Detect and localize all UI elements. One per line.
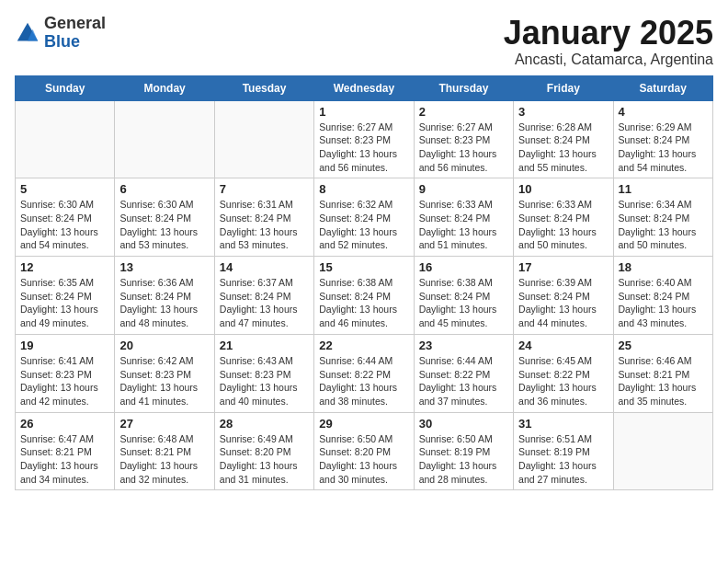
- calendar-body: 1Sunrise: 6:27 AM Sunset: 8:23 PM Daylig…: [16, 100, 713, 490]
- logo-general: General: [44, 15, 106, 33]
- calendar-cell: 13Sunrise: 6:36 AM Sunset: 8:24 PM Dayli…: [115, 257, 214, 335]
- day-info: Sunrise: 6:39 AM Sunset: 8:24 PM Dayligh…: [518, 276, 608, 330]
- calendar-cell: 14Sunrise: 6:37 AM Sunset: 8:24 PM Dayli…: [214, 257, 313, 335]
- logo-icon: [15, 20, 40, 46]
- logo-text: General Blue: [44, 15, 106, 52]
- header-tuesday: Tuesday: [214, 75, 313, 100]
- day-info: Sunrise: 6:36 AM Sunset: 8:24 PM Dayligh…: [119, 276, 209, 330]
- calendar-week-row: 5Sunrise: 6:30 AM Sunset: 8:24 PM Daylig…: [16, 178, 713, 257]
- calendar-cell: 5Sunrise: 6:30 AM Sunset: 8:24 PM Daylig…: [16, 178, 115, 257]
- day-info: Sunrise: 6:32 AM Sunset: 8:24 PM Dayligh…: [319, 198, 408, 252]
- day-number: 15: [319, 260, 408, 274]
- day-info: Sunrise: 6:38 AM Sunset: 8:24 PM Dayligh…: [419, 276, 508, 330]
- header-thursday: Thursday: [414, 75, 513, 100]
- header-friday: Friday: [514, 75, 613, 100]
- calendar-cell: 24Sunrise: 6:45 AM Sunset: 8:22 PM Dayli…: [514, 334, 613, 412]
- day-number: 26: [20, 417, 109, 431]
- day-number: 4: [619, 105, 708, 119]
- calendar-week-row: 19Sunrise: 6:41 AM Sunset: 8:23 PM Dayli…: [16, 334, 713, 412]
- page-header: General Blue January 2025 Ancasti, Catam…: [15, 15, 713, 68]
- calendar-cell: 27Sunrise: 6:48 AM Sunset: 8:21 PM Dayli…: [115, 412, 214, 490]
- day-number: 9: [419, 182, 508, 196]
- calendar-cell: 21Sunrise: 6:43 AM Sunset: 8:23 PM Dayli…: [214, 334, 313, 412]
- calendar-cell: 10Sunrise: 6:33 AM Sunset: 8:24 PM Dayli…: [514, 178, 613, 257]
- day-info: Sunrise: 6:51 AM Sunset: 8:19 PM Dayligh…: [518, 432, 608, 487]
- day-info: Sunrise: 6:44 AM Sunset: 8:22 PM Dayligh…: [319, 354, 408, 408]
- calendar-cell: 12Sunrise: 6:35 AM Sunset: 8:24 PM Dayli…: [16, 257, 115, 335]
- day-info: Sunrise: 6:50 AM Sunset: 8:19 PM Dayligh…: [419, 432, 508, 487]
- day-number: 8: [319, 182, 408, 196]
- header-sunday: Sunday: [16, 75, 115, 100]
- calendar-week-row: 1Sunrise: 6:27 AM Sunset: 8:23 PM Daylig…: [16, 100, 713, 178]
- day-info: Sunrise: 6:50 AM Sunset: 8:20 PM Dayligh…: [319, 432, 408, 487]
- calendar-cell: 15Sunrise: 6:38 AM Sunset: 8:24 PM Dayli…: [314, 257, 414, 335]
- calendar-cell: 3Sunrise: 6:28 AM Sunset: 8:24 PM Daylig…: [514, 100, 613, 178]
- day-number: 14: [220, 260, 309, 274]
- calendar-cell: 20Sunrise: 6:42 AM Sunset: 8:23 PM Dayli…: [115, 334, 214, 412]
- day-info: Sunrise: 6:45 AM Sunset: 8:22 PM Dayligh…: [518, 354, 608, 408]
- calendar-cell: 11Sunrise: 6:34 AM Sunset: 8:24 PM Dayli…: [613, 178, 712, 257]
- calendar-cell: [214, 100, 313, 178]
- day-number: 23: [419, 339, 508, 352]
- calendar-cell: 22Sunrise: 6:44 AM Sunset: 8:22 PM Dayli…: [314, 334, 414, 412]
- calendar-cell: 16Sunrise: 6:38 AM Sunset: 8:24 PM Dayli…: [414, 257, 513, 335]
- day-info: Sunrise: 6:35 AM Sunset: 8:24 PM Dayligh…: [20, 276, 109, 330]
- header-monday: Monday: [115, 75, 214, 100]
- calendar-cell: 23Sunrise: 6:44 AM Sunset: 8:22 PM Dayli…: [414, 334, 513, 412]
- day-info: Sunrise: 6:48 AM Sunset: 8:21 PM Dayligh…: [119, 432, 209, 487]
- day-number: 19: [20, 339, 109, 352]
- day-number: 28: [220, 417, 309, 431]
- header-saturday: Saturday: [613, 75, 712, 100]
- day-number: 12: [20, 260, 109, 274]
- day-info: Sunrise: 6:49 AM Sunset: 8:20 PM Dayligh…: [220, 432, 309, 487]
- calendar-cell: 30Sunrise: 6:50 AM Sunset: 8:19 PM Dayli…: [414, 412, 513, 490]
- day-number: 22: [319, 339, 408, 352]
- day-number: 17: [518, 260, 608, 274]
- day-number: 18: [619, 260, 708, 274]
- calendar-cell: 7Sunrise: 6:31 AM Sunset: 8:24 PM Daylig…: [214, 178, 313, 257]
- day-info: Sunrise: 6:30 AM Sunset: 8:24 PM Dayligh…: [20, 198, 109, 252]
- day-number: 27: [119, 417, 209, 431]
- day-info: Sunrise: 6:28 AM Sunset: 8:24 PM Dayligh…: [518, 121, 608, 175]
- day-number: 7: [220, 182, 309, 196]
- calendar-cell: [613, 412, 712, 490]
- calendar-cell: 18Sunrise: 6:40 AM Sunset: 8:24 PM Dayli…: [613, 257, 712, 335]
- calendar-cell: 26Sunrise: 6:47 AM Sunset: 8:21 PM Dayli…: [16, 412, 115, 490]
- day-info: Sunrise: 6:33 AM Sunset: 8:24 PM Dayligh…: [419, 198, 508, 252]
- day-info: Sunrise: 6:33 AM Sunset: 8:24 PM Dayligh…: [518, 198, 608, 252]
- calendar-cell: 8Sunrise: 6:32 AM Sunset: 8:24 PM Daylig…: [314, 178, 414, 257]
- day-number: 13: [119, 260, 209, 274]
- day-number: 30: [419, 417, 508, 431]
- calendar-table: Sunday Monday Tuesday Wednesday Thursday…: [15, 75, 713, 491]
- day-number: 10: [518, 182, 608, 196]
- day-number: 25: [619, 339, 708, 352]
- day-number: 20: [119, 339, 209, 352]
- calendar-cell: 19Sunrise: 6:41 AM Sunset: 8:23 PM Dayli…: [16, 334, 115, 412]
- calendar-cell: 28Sunrise: 6:49 AM Sunset: 8:20 PM Dayli…: [214, 412, 313, 490]
- day-info: Sunrise: 6:46 AM Sunset: 8:21 PM Dayligh…: [619, 354, 708, 408]
- day-number: 3: [518, 105, 608, 119]
- calendar-cell: 4Sunrise: 6:29 AM Sunset: 8:24 PM Daylig…: [613, 100, 712, 178]
- calendar-cell: 17Sunrise: 6:39 AM Sunset: 8:24 PM Dayli…: [514, 257, 613, 335]
- day-number: 2: [419, 105, 508, 119]
- day-info: Sunrise: 6:27 AM Sunset: 8:23 PM Dayligh…: [319, 121, 408, 175]
- day-number: 16: [419, 260, 508, 274]
- calendar-cell: 29Sunrise: 6:50 AM Sunset: 8:20 PM Dayli…: [314, 412, 414, 490]
- calendar-cell: 9Sunrise: 6:33 AM Sunset: 8:24 PM Daylig…: [414, 178, 513, 257]
- calendar-cell: 25Sunrise: 6:46 AM Sunset: 8:21 PM Dayli…: [613, 334, 712, 412]
- calendar-subtitle: Ancasti, Catamarca, Argentina: [504, 52, 713, 68]
- day-number: 21: [220, 339, 309, 352]
- day-number: 24: [518, 339, 608, 352]
- calendar-cell: [16, 100, 115, 178]
- day-info: Sunrise: 6:42 AM Sunset: 8:23 PM Dayligh…: [119, 354, 209, 408]
- calendar-cell: 31Sunrise: 6:51 AM Sunset: 8:19 PM Dayli…: [514, 412, 613, 490]
- day-info: Sunrise: 6:40 AM Sunset: 8:24 PM Dayligh…: [619, 276, 708, 330]
- day-info: Sunrise: 6:41 AM Sunset: 8:23 PM Dayligh…: [20, 354, 109, 408]
- day-info: Sunrise: 6:44 AM Sunset: 8:22 PM Dayligh…: [419, 354, 508, 408]
- calendar-week-row: 26Sunrise: 6:47 AM Sunset: 8:21 PM Dayli…: [16, 412, 713, 490]
- day-info: Sunrise: 6:30 AM Sunset: 8:24 PM Dayligh…: [119, 198, 209, 252]
- day-info: Sunrise: 6:38 AM Sunset: 8:24 PM Dayligh…: [319, 276, 408, 330]
- calendar-cell: 1Sunrise: 6:27 AM Sunset: 8:23 PM Daylig…: [314, 100, 414, 178]
- day-number: 29: [319, 417, 408, 431]
- logo-blue: Blue: [44, 33, 106, 52]
